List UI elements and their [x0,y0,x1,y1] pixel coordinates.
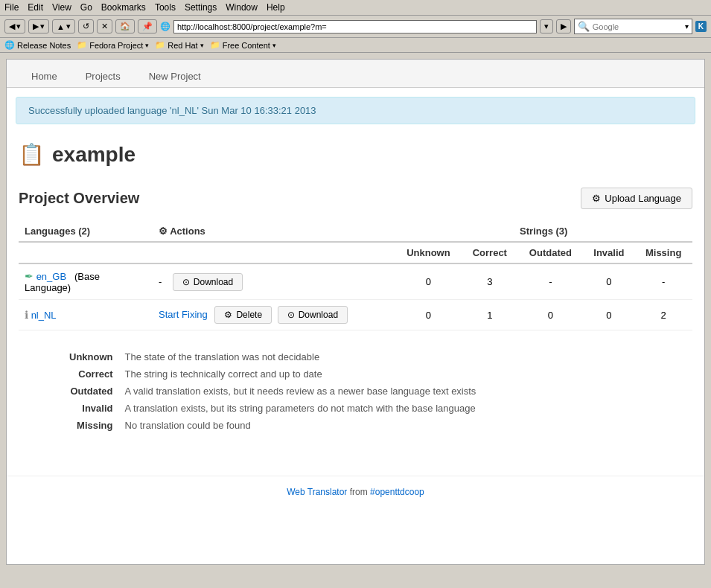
unknown-en: 0 [395,263,462,300]
bookmark-release-notes-label: Release Notes [17,41,71,50]
menu-edit[interactable]: Edit [28,2,43,13]
legend-term: Correct [63,365,119,383]
overview-title: Project Overview [19,190,139,207]
address-dropdown-button[interactable]: ▾ [540,19,553,33]
go-icon: ▶ [561,22,567,31]
web-translator-link[interactable]: Web Translator [287,487,347,497]
project-header: 📋 example [7,133,704,170]
menu-settings[interactable]: Settings [185,2,217,13]
address-bar: 🌐 ▾ ▶ [160,19,571,33]
toolbar: ◀▾ ▶▾ ▲▾ ↺ ✕ 🏠 📌 🌐 ▾ ▶ 🔍 ▾ K [0,16,711,38]
legend-desc: A translation exists, but its string par… [119,400,482,417]
col-actions: ⚙ Actions [153,221,395,242]
start-fixing-link[interactable]: Start Fixing [159,309,208,320]
menu-tools[interactable]: Tools [155,2,176,13]
bookmark-folder-icon-fedora: 📁 [77,40,87,50]
forward-button[interactable]: ▶▾ [28,19,49,33]
lang-icon-nl: ℹ [25,309,28,321]
menu-file[interactable]: File [4,2,19,13]
menu-go[interactable]: Go [80,2,92,13]
bookmark-fedora[interactable]: 📁 Fedora Project ▾ [77,40,149,50]
bookmark-freecontent-dropdown-icon: ▾ [272,42,276,49]
legend-term: Outdated [63,383,119,400]
subheader-lang [19,242,153,263]
upload-label: Upload Language [605,193,681,204]
forward-dropdown-icon: ▾ [40,22,45,31]
home-button[interactable]: 🏠 [115,19,135,33]
lang-link-nl[interactable]: nl_NL [31,310,57,321]
home-icon: 🏠 [120,22,130,31]
search-dropdown-icon: ▾ [685,22,689,31]
en-dash: - [159,276,170,287]
invalid-nl: 0 [583,300,634,330]
correct-nl: 1 [462,300,517,330]
legend-term: Unknown [63,348,119,365]
search-input[interactable] [593,22,682,31]
go-button[interactable]: ▶ [556,19,571,33]
menu-bookmarks[interactable]: Bookmarks [101,2,146,13]
lang-link-en[interactable]: en_GB [36,271,66,282]
flash-message: Successfully uploaded language 'nl_NL' S… [16,97,695,124]
stop-button[interactable]: ✕ [97,19,112,33]
menu-window[interactable]: Window [226,2,258,13]
back-dropdown-icon: ▾ [16,22,21,31]
menu-help[interactable]: Help [267,2,285,13]
kde-icon: K [695,21,707,32]
reload-button[interactable]: ↺ [78,19,94,33]
outdated-en: - [517,263,583,300]
download-icon-nl: ⊙ [287,310,295,320]
address-input[interactable] [173,20,537,33]
legend-row: Unknown The state of the translation was… [63,348,482,365]
legend-row: Invalid A translation exists, but its st… [63,400,482,417]
dropdown-icon: ▾ [544,22,549,31]
bookmark-fedora-label: Fedora Project [89,41,143,50]
section-header: Project Overview ⚙ Upload Language [19,188,692,209]
bookmark-folder-icon-redhat: 📁 [155,40,165,50]
delete-button-nl[interactable]: ⚙ Delete [214,306,272,324]
missing-en: - [634,263,692,300]
table-row: ℹ nl_NL Start Fixing ⚙ Delete ⊙ Download [19,300,692,330]
bookmark-redhat[interactable]: 📁 Red Hat ▾ [155,40,203,50]
actions-cell-en: - ⊙ Download [153,263,395,300]
lang-icon-en: ✒ [25,270,34,282]
table-row: ✒ en_GB (Base Language) - ⊙ Download 0 3… [19,263,692,300]
col-strings-label: Strings (3) [520,226,567,237]
nav-new-project[interactable]: New Project [136,65,214,87]
reload-icon: ↺ [83,22,89,31]
lang-cell-nl: ℹ nl_NL [19,300,153,330]
bookmark-button[interactable]: 📌 [138,19,157,33]
menu-view[interactable]: View [52,2,71,13]
openttdcoop-link[interactable]: #openttdcoop [370,487,424,497]
content-area: Project Overview ⚙ Upload Language Langu… [7,170,704,446]
col-strings: Strings (3) [395,221,692,242]
delete-icon: ⚙ [224,310,232,320]
table-subheader-row: Unknown Correct Outdated Invalid Missing [19,242,692,263]
col-outdated: Outdated [517,242,583,263]
bookmark-freecontent[interactable]: 📁 Free Content ▾ [210,40,276,50]
bookmark-globe-icon: 🌐 [4,40,15,50]
nav-home[interactable]: Home [19,65,70,87]
project-icon: 📋 [19,142,45,167]
bookmark-release-notes[interactable]: 🌐 Release Notes [4,40,71,50]
back-button[interactable]: ◀▾ [4,19,25,33]
footer-from: from [350,487,370,497]
download-button-en[interactable]: ⊙ Download [173,273,243,291]
project-title: example [52,143,135,167]
flash-text: Successfully uploaded language 'nl_NL' S… [28,105,316,116]
outdated-nl: 0 [517,300,583,330]
nav-projects[interactable]: Projects [73,65,133,87]
up-button[interactable]: ▲▾ [52,19,75,33]
col-languages: Languages (2) [19,221,153,242]
legend-row: Correct The string is technically correc… [63,365,482,383]
invalid-en: 0 [583,263,634,300]
col-invalid: Invalid [583,242,634,263]
forward-icon: ▶ [33,22,39,31]
upload-language-button[interactable]: ⚙ Upload Language [581,188,692,209]
nav-tabs: Home Projects New Project [7,60,704,88]
legend-term: Missing [63,417,119,434]
bookmark-redhat-dropdown-icon: ▾ [200,42,204,49]
subheader-actions [153,242,395,263]
bookmark-fedora-dropdown-icon: ▾ [145,42,149,49]
page-wrapper: Home Projects New Project Successfully u… [6,59,705,565]
download-button-nl[interactable]: ⊙ Download [278,306,348,324]
